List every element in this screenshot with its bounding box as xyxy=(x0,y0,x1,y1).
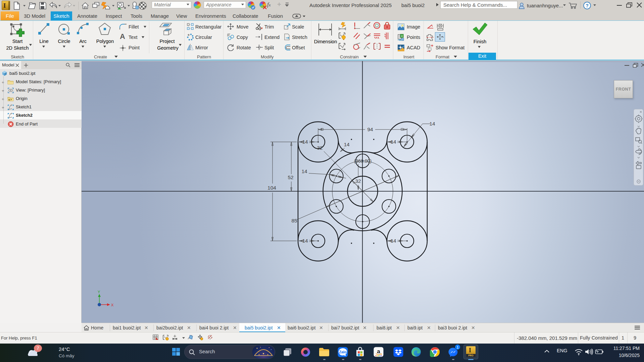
svg-text:14: 14 xyxy=(344,142,350,147)
svg-text:Zalo: Zalo xyxy=(339,350,347,354)
svg-text:?: ? xyxy=(586,3,589,8)
svg-text:94: 94 xyxy=(367,126,373,132)
svg-text:104: 104 xyxy=(267,185,276,191)
svg-text:4: 4 xyxy=(401,35,403,38)
svg-text:Y: Y xyxy=(98,290,100,294)
svg-text:14: 14 xyxy=(390,139,396,145)
svg-text:14: 14 xyxy=(390,238,396,244)
svg-text:32: 32 xyxy=(355,178,361,184)
svg-text:52: 52 xyxy=(288,174,293,180)
svg-text:X: X xyxy=(111,303,114,307)
svg-text:14: 14 xyxy=(302,139,308,145)
svg-text:14: 14 xyxy=(301,168,307,174)
svg-text:a: a xyxy=(377,348,380,355)
svg-text:32: 32 xyxy=(317,145,323,151)
svg-text:85: 85 xyxy=(291,218,297,223)
svg-text:14: 14 xyxy=(302,238,308,244)
svg-text:14: 14 xyxy=(429,121,435,126)
